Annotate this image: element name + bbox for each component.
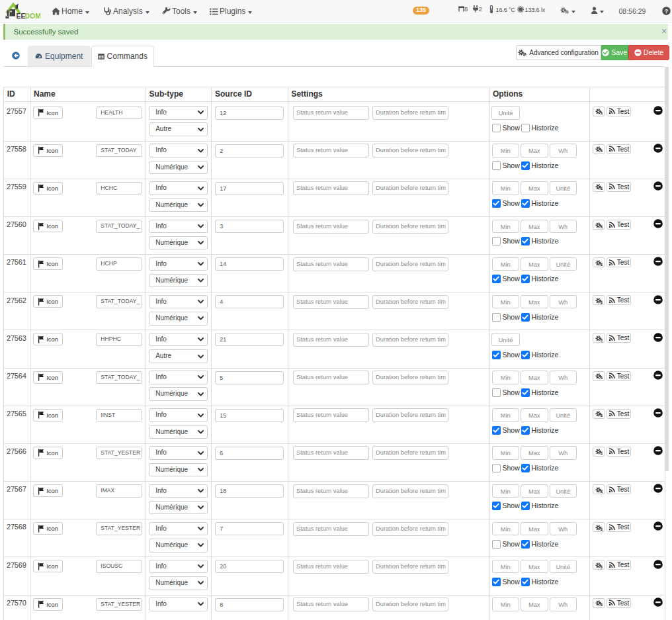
svg-text:?: ?: [664, 7, 668, 14]
svg-text:DOM: DOM: [25, 12, 41, 20]
svg-text:EE: EE: [17, 12, 26, 20]
